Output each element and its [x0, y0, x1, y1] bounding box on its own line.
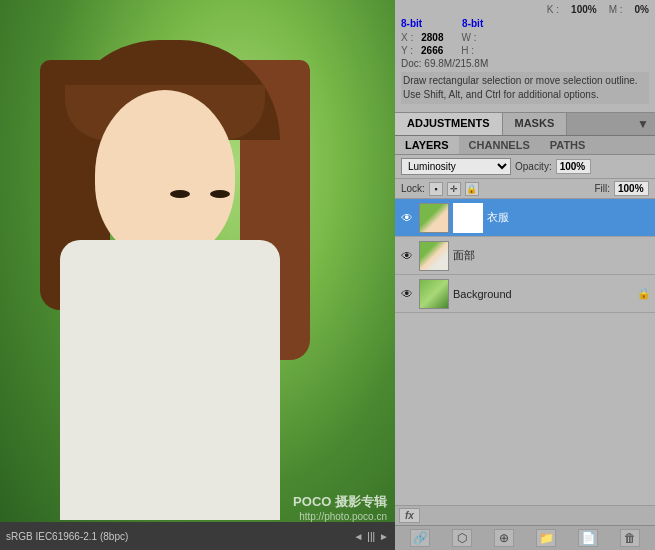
new-layer-button[interactable]: 📄: [578, 529, 598, 547]
fx-button[interactable]: fx: [399, 508, 420, 523]
tab-adjustments[interactable]: ADJUSTMENTS: [395, 113, 503, 135]
layer-thumb-background: [419, 279, 449, 309]
y-label: Y :: [401, 45, 413, 56]
person-silhouette: [40, 40, 320, 520]
layers-bottom-toolbar: 🔗 ⬡ ⊕ 📁 📄 🗑: [395, 525, 655, 550]
layer-name-mianbu: 面部: [453, 248, 651, 263]
visibility-icon-background[interactable]: 👁: [399, 286, 415, 302]
layers-panel: LAYERS CHANNELS PATHS Luminosity Normal …: [395, 136, 655, 550]
collapse-btn[interactable]: ▼: [631, 113, 655, 135]
m-label: M :: [609, 4, 623, 15]
link-layers-button[interactable]: 🔗: [410, 529, 430, 547]
photo-canvas: sRGB IEC61966-2.1 (8bpc) ◄ ||| ► POCO 摄影…: [0, 0, 395, 550]
opacity-input[interactable]: [556, 159, 591, 174]
info-area: K : 100% M : 0% 8-bit 8-bit X : 2808 W :…: [395, 0, 655, 113]
y-value: 2666: [421, 45, 443, 56]
eye-left: [170, 190, 190, 198]
x-value: 2808: [421, 32, 443, 43]
lock-all-icon[interactable]: 🔒: [465, 182, 479, 196]
tab-masks[interactable]: MASKS: [503, 113, 568, 135]
lock-pixel-icon[interactable]: ▪: [429, 182, 443, 196]
k-label: K :: [547, 4, 559, 15]
visibility-icon-yifu[interactable]: 👁: [399, 210, 415, 226]
layer-mask-yifu: [453, 203, 483, 233]
add-mask-button[interactable]: ⊕: [494, 529, 514, 547]
layer-name-yifu: 衣服: [487, 210, 651, 225]
lock-move-icon[interactable]: ✛: [447, 182, 461, 196]
tab-layers[interactable]: LAYERS: [395, 136, 459, 154]
body-shirt: [60, 240, 280, 520]
layer-thumb-yifu: [419, 203, 449, 233]
lock-label: Lock:: [401, 183, 425, 194]
coords-row: X : 2808 W :: [401, 32, 649, 43]
layer-name-background: Background: [453, 288, 633, 300]
layer-thumb-mianbu: [419, 241, 449, 271]
w-label: W :: [461, 32, 476, 43]
opacity-label: Opacity:: [515, 161, 552, 172]
layer-item-yifu[interactable]: 👁 衣服: [395, 199, 655, 237]
color-profile-text: sRGB IEC61966-2.1 (8bpc): [6, 531, 128, 542]
doc-info: Doc: 69.8M/215.8M: [401, 58, 649, 69]
right-panel: K : 100% M : 0% 8-bit 8-bit X : 2808 W :…: [395, 0, 655, 550]
blend-mode-select[interactable]: Luminosity Normal Multiply Screen Overla…: [401, 158, 511, 175]
adj-mask-tabs: ADJUSTMENTS MASKS ▼: [395, 113, 655, 136]
fill-input[interactable]: [614, 181, 649, 196]
fill-label: Fill:: [594, 183, 610, 194]
k-value: 100%: [571, 4, 597, 15]
eye-right: [210, 190, 230, 198]
bit-depth-row: 8-bit 8-bit: [401, 18, 649, 29]
visibility-icon-mianbu[interactable]: 👁: [399, 248, 415, 264]
h-label: H :: [461, 45, 474, 56]
photo-statusbar: sRGB IEC61966-2.1 (8bpc) ◄ ||| ►: [0, 522, 395, 550]
layer-item-mianbu[interactable]: 👁 面部: [395, 237, 655, 275]
m-value: 0%: [635, 4, 649, 15]
new-group-button[interactable]: 📁: [536, 529, 556, 547]
nav-next[interactable]: ►: [379, 531, 389, 542]
tab-channels[interactable]: CHANNELS: [459, 136, 540, 154]
layer-item-background[interactable]: 👁 Background 🔒: [395, 275, 655, 313]
layer-style-button[interactable]: ⬡: [452, 529, 472, 547]
layer-lock-icon: 🔒: [637, 287, 651, 300]
hint-text: Draw rectangular selection or move selec…: [401, 72, 649, 104]
layers-list: 👁 衣服 👁 面部 👁 Background 🔒: [395, 199, 655, 505]
tab-paths[interactable]: PATHS: [540, 136, 596, 154]
bit-depth-value2: 8-bit: [462, 18, 483, 29]
x-label: X :: [401, 32, 413, 43]
face: [95, 90, 235, 260]
blend-mode-row: Luminosity Normal Multiply Screen Overla…: [395, 155, 655, 179]
layers-tabs: LAYERS CHANNELS PATHS: [395, 136, 655, 155]
nav-prev[interactable]: ◄: [353, 531, 363, 542]
delete-layer-button[interactable]: 🗑: [620, 529, 640, 547]
bit-depth-value: 8-bit: [401, 18, 422, 29]
scroll-indicator: |||: [367, 531, 375, 542]
fx-row: fx: [395, 505, 655, 525]
lock-fill-row: Lock: ▪ ✛ 🔒 Fill:: [395, 179, 655, 199]
